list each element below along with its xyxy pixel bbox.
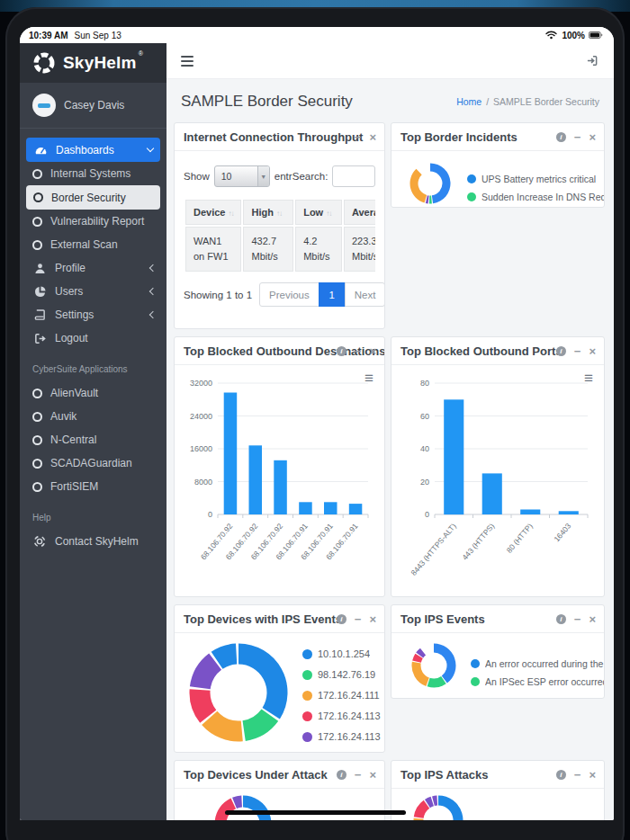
gauge-icon <box>33 143 48 157</box>
minimize-icon[interactable]: − <box>574 131 581 143</box>
show-label: Show <box>184 171 210 182</box>
page-size-select[interactable]: 10 ▼ <box>214 165 270 187</box>
next-page-button[interactable]: Next <box>345 282 385 307</box>
ips-devices-chart[interactable]: 10.10.1.25498.142.76.19172.16.24.111172.… <box>189 643 384 753</box>
legend-item[interactable]: Sudden Increase In DNS Requests <box>467 192 604 202</box>
info-icon[interactable]: i <box>556 132 566 142</box>
info-icon[interactable]: i <box>556 770 566 780</box>
ports-bar-chart[interactable]: 0204060808443 (HTTPS-ALT)443 (HTTPS)80 (… <box>399 371 597 594</box>
destinations-bar-chart[interactable]: 0800016000240003200068.106.70.9268.106.7… <box>182 371 377 594</box>
sidebar-item-auvik[interactable]: Auvik <box>20 405 166 428</box>
sidebar-item-ncentral[interactable]: N-Central <box>20 428 166 451</box>
close-icon[interactable]: × <box>369 769 376 781</box>
column-header[interactable]: Low↑↓ <box>295 200 342 225</box>
sidebar-item-vulnerability-report[interactable]: Vulnerability Report <box>20 210 166 233</box>
close-icon[interactable]: × <box>369 345 376 357</box>
chevron-left-icon <box>149 264 157 272</box>
minimize-icon[interactable]: − <box>355 345 362 357</box>
close-icon[interactable]: × <box>589 769 596 781</box>
close-icon[interactable]: × <box>589 345 596 357</box>
info-icon[interactable]: i <box>556 346 566 356</box>
chevron-down-icon <box>147 145 154 152</box>
column-header[interactable]: High↑↓ <box>243 200 293 225</box>
minimize-icon[interactable]: − <box>574 345 581 357</box>
sidebar-item-label: Settings <box>55 308 142 321</box>
legend-item[interactable]: An error occurred during the prog <box>471 658 604 669</box>
sidebar-item-label: Internal Systems <box>50 167 158 180</box>
legend-label: 172.16.24.113 <box>318 710 381 721</box>
sort-icon: ↑↓ <box>326 210 331 218</box>
page-1-button[interactable]: 1 <box>319 282 346 307</box>
sidebar-item-label: N-Central <box>50 433 158 446</box>
svg-text:60: 60 <box>420 412 429 421</box>
legend-item[interactable]: 98.142.76.19 <box>302 669 381 680</box>
info-icon[interactable]: i <box>337 770 346 780</box>
sidebar-item-settings[interactable]: Settings <box>20 303 166 326</box>
home-indicator[interactable] <box>225 810 406 815</box>
sidebar-item-contact-skyhelm[interactable]: Contact SkyHelm <box>20 530 166 553</box>
minimize-icon[interactable]: − <box>574 769 581 781</box>
svg-text:20: 20 <box>420 478 429 487</box>
legend-item[interactable]: 172.16.24.113 <box>302 710 381 721</box>
hamburger-menu-icon[interactable] <box>181 56 194 67</box>
sidebar-item-alienvault[interactable]: AlienVault <box>20 381 166 405</box>
user-profile[interactable]: Casey Davis <box>20 83 166 129</box>
sidebar-item-users[interactable]: Users <box>20 280 166 303</box>
legend-label: UPS Battery metrics critical <box>482 174 596 184</box>
top-border-incidents-chart[interactable]: UPS Battery metrics criticalSudden Incre… <box>410 163 604 208</box>
minimize-icon[interactable]: − <box>355 131 362 143</box>
minimize-icon[interactable]: − <box>355 769 362 781</box>
sort-icon: ↑↓ <box>228 210 233 218</box>
sidebar-item-external-scan[interactable]: External Scan <box>20 233 166 256</box>
search-input[interactable] <box>332 165 375 187</box>
donut-chart <box>189 643 288 746</box>
chart-menu-icon[interactable]: ≡ <box>364 371 374 386</box>
sidebar-item-internal-systems[interactable]: Internal Systems <box>20 162 166 185</box>
ips-attacks-chart[interactable] <box>413 795 464 820</box>
tablet-screen: 10:39 AM Sun Sep 13 100% <box>20 27 614 820</box>
chart-menu-icon[interactable]: ≡ <box>584 371 593 386</box>
sidebar-item-scadaguardian[interactable]: SCADAGuardian <box>20 451 166 475</box>
svg-text:8443 (HTTPS-ALT): 8443 (HTTPS-ALT) <box>409 522 457 577</box>
user-name: Casey Davis <box>64 99 124 112</box>
column-header[interactable]: Device↑↓ <box>185 200 241 225</box>
breadcrumb-separator: / <box>486 96 489 107</box>
brand-logo[interactable]: SkyHelm ® <box>20 43 166 83</box>
info-icon[interactable]: i <box>556 614 566 624</box>
minimize-icon[interactable]: − <box>355 613 362 625</box>
donut-chart <box>411 643 456 692</box>
sidebar-item-profile[interactable]: Profile <box>20 256 166 280</box>
sidebar-item-dashboards[interactable]: Dashboards <box>26 138 160 162</box>
legend-item[interactable]: An IPSec ESP error occurred <box>471 676 604 687</box>
sidebar-item-border-security[interactable]: Border Security <box>26 185 160 210</box>
panel-title: Top IPS Events <box>400 612 485 626</box>
fullscreen-exit-icon[interactable] <box>585 54 599 68</box>
legend-item[interactable]: UPS Battery metrics critical <box>467 174 604 184</box>
previous-page-button[interactable]: Previous <box>259 282 320 307</box>
legend-item[interactable]: 172.16.24.113 <box>302 731 381 742</box>
info-icon[interactable]: i <box>337 346 346 356</box>
devices-under-attack-chart[interactable] <box>214 795 272 820</box>
select-arrow-icon: ▼ <box>257 166 269 186</box>
legend-item[interactable]: 10.10.1.254 <box>302 648 381 659</box>
info-icon[interactable]: i <box>337 614 346 624</box>
breadcrumb-home-link[interactable]: Home <box>456 96 482 107</box>
close-icon[interactable]: × <box>589 131 596 143</box>
legend-dot <box>302 670 312 680</box>
close-icon[interactable]: × <box>589 613 596 625</box>
sidebar-item-logout[interactable]: Logout <box>20 326 166 350</box>
legend-item[interactable] <box>302 752 381 753</box>
sidebar-item-label: Contact SkyHelm <box>55 535 158 548</box>
column-header[interactable]: Average↑↓ <box>344 200 375 225</box>
close-icon[interactable]: × <box>369 613 376 625</box>
legend-item[interactable]: 172.16.24.111 <box>302 690 381 701</box>
legend-label: Sudden Increase In DNS Requests <box>482 192 604 202</box>
close-icon[interactable]: × <box>369 131 376 143</box>
desktop-background: 10:39 AM Sun Sep 13 100% <box>0 0 630 840</box>
brand-name: SkyHelm <box>63 53 137 73</box>
table-row[interactable]: WAN1 on FW1 432.7 Mbit/s 4.2 Mbit/s 223.… <box>185 227 375 272</box>
ips-events-chart[interactable]: An error occurred during the progAn IPSe… <box>411 643 604 692</box>
sidebar-item-fortisiem[interactable]: FortiSIEM <box>20 475 166 498</box>
minimize-icon[interactable]: − <box>574 613 581 625</box>
chevron-left-icon <box>149 288 157 295</box>
